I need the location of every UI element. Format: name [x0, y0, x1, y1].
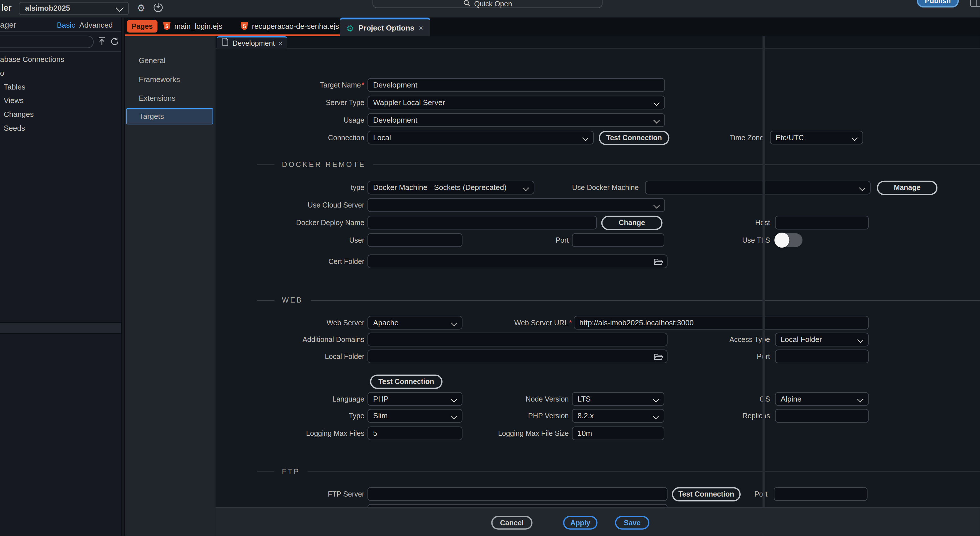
nav-item-general[interactable]: General — [139, 55, 165, 66]
use-cloud-server-select[interactable] — [368, 198, 665, 212]
sidebar-item-changes[interactable]: Changes — [4, 109, 33, 120]
tab-main-login[interactable]: 5 main_login.ejs — [163, 18, 223, 35]
publish-button[interactable]: Publish — [917, 0, 959, 8]
tab-pages[interactable]: Pages — [127, 20, 158, 32]
docker-port-input[interactable] — [572, 233, 664, 247]
server-type-label: Server Type — [239, 96, 364, 109]
user-input[interactable] — [368, 233, 462, 247]
ftp-server-input[interactable] — [368, 487, 668, 501]
additional-domains-input[interactable] — [368, 333, 668, 346]
nav-item-targets-selected[interactable]: Targets — [126, 108, 213, 124]
web-port-label: Port — [676, 349, 770, 363]
chevron-down-icon — [857, 396, 864, 402]
target-settings-form: Target Name* Server Type Wappler Local S… — [215, 49, 980, 507]
sidebar-item-connection[interactable]: o — [0, 68, 4, 78]
sidebar-panel-header[interactable] — [0, 322, 122, 334]
time-zone-label: Time Zone — [670, 131, 764, 145]
sidebar-search-input[interactable] — [0, 36, 94, 48]
settings-gear-icon[interactable]: ⚙ — [137, 2, 145, 14]
nav-item-extensions[interactable]: Extensions — [139, 93, 175, 104]
time-zone-select[interactable]: Etc/UTC — [770, 131, 863, 145]
use-docker-machine-label: Use Docker Machine — [545, 181, 639, 195]
folder-open-icon[interactable] — [654, 352, 663, 363]
target-name-input[interactable] — [368, 78, 665, 92]
cert-folder-input[interactable] — [368, 254, 668, 268]
os-select[interactable]: Alpine — [775, 392, 869, 406]
sidebar-resize-handle[interactable] — [121, 18, 125, 536]
sidebar-tab-advanced[interactable]: Advanced — [80, 21, 113, 29]
web-server-select[interactable]: Apache — [368, 316, 462, 330]
server-type-select[interactable]: Wappler Local Server — [368, 96, 665, 109]
quick-open-label: Quick Open — [474, 0, 512, 8]
language-select[interactable]: PHP — [368, 392, 462, 406]
access-type-select[interactable]: Local Folder — [775, 333, 869, 346]
ftp-server-label: FTP Server — [239, 487, 364, 501]
web-test-connection-button[interactable]: Test Connection — [370, 375, 442, 389]
web-server-url-input[interactable] — [574, 316, 869, 330]
tab-development-target[interactable]: Development × — [217, 36, 287, 49]
sidebar-item-seeds[interactable]: Seeds — [4, 123, 25, 133]
sidebar-item-database-connections[interactable]: abase Connections — [0, 54, 64, 64]
refresh-icon[interactable] — [110, 37, 119, 49]
chevron-down-icon — [654, 100, 660, 106]
close-icon[interactable]: × — [278, 40, 283, 47]
use-tls-label: Use TLS — [676, 233, 770, 247]
chevron-down-icon — [654, 203, 660, 209]
sidebar-item-views[interactable]: Views — [4, 96, 24, 106]
close-icon[interactable]: × — [418, 23, 423, 32]
local-folder-label: Local Folder — [239, 349, 364, 363]
host-input[interactable] — [775, 215, 869, 230]
ftp-port-label: Port — [674, 487, 768, 501]
vertical-scrollbar[interactable] — [762, 36, 765, 536]
logging-max-files-input[interactable] — [368, 426, 462, 440]
deploy-icon[interactable] — [153, 3, 163, 16]
web-port-input[interactable] — [775, 349, 869, 363]
apply-button[interactable]: Apply — [563, 516, 597, 530]
docker-type-select[interactable]: Docker Machine - Sockets (Deprecated) — [368, 181, 534, 195]
type-label: Type — [239, 409, 364, 423]
php-version-select[interactable]: 8.2.x — [572, 409, 664, 423]
logging-max-file-size-input[interactable] — [572, 426, 664, 440]
local-folder-input[interactable] — [368, 349, 668, 363]
docker-deploy-name-input[interactable] — [368, 215, 597, 230]
usage-select[interactable]: Development — [368, 113, 665, 127]
sidebar-item-tables[interactable]: Tables — [4, 82, 25, 92]
tab-recuperacao-de-senha[interactable]: 5 recuperacao-de-senha.ejs — [240, 18, 339, 35]
sidebar-tab-basic[interactable]: Basic — [57, 21, 75, 29]
collapse-up-icon[interactable] — [97, 37, 106, 49]
project-selector[interactable]: alsimob2025 — [19, 2, 129, 15]
folder-open-icon[interactable] — [654, 257, 663, 268]
ftp-section-header: FTP — [257, 467, 980, 476]
use-cloud-server-label: Use Cloud Server — [239, 198, 364, 212]
use-docker-machine-select[interactable] — [645, 181, 871, 195]
ftp-next-field-partial[interactable] — [368, 504, 668, 507]
replicas-input[interactable] — [775, 409, 869, 423]
type-select[interactable]: Slim — [368, 409, 462, 423]
change-button[interactable]: Change — [601, 215, 663, 230]
user-label: User — [239, 233, 364, 247]
wappler-window: ler alsimob2025 ⚙ Quick Open Publish Pag… — [0, 0, 980, 536]
nav-item-frameworks[interactable]: Frameworks — [139, 74, 180, 85]
ftp-port-input[interactable] — [774, 487, 867, 501]
sidebar-title: ager — [0, 20, 16, 30]
editor-tabstrip: Pages 5 main_login.ejs 5 recuperacao-de-… — [122, 18, 980, 36]
layout-columns-icon[interactable] — [970, 0, 980, 10]
html5-icon: 5 — [163, 22, 170, 30]
test-connection-button[interactable]: Test Connection — [599, 131, 669, 145]
connection-select[interactable]: Local — [368, 131, 593, 145]
cancel-button[interactable]: Cancel — [491, 516, 532, 530]
quick-open-search[interactable]: Quick Open — [372, 0, 603, 8]
web-server-label: Web Server — [239, 316, 364, 330]
target-tab-row: Development × — [215, 36, 980, 49]
chevron-down-icon — [523, 185, 529, 191]
manage-button[interactable]: Manage — [877, 181, 938, 195]
node-version-select[interactable]: LTS — [572, 392, 664, 406]
divider — [0, 51, 122, 52]
chevron-down-icon — [852, 135, 858, 141]
save-button[interactable]: Save — [615, 516, 649, 530]
logging-max-file-size-label: Logging Max File Size — [475, 426, 569, 440]
use-tls-toggle[interactable] — [775, 233, 803, 247]
usage-label: Usage — [239, 113, 364, 127]
divider — [0, 31, 122, 32]
tab-project-options[interactable]: ⚙ Project Options × — [340, 18, 430, 36]
